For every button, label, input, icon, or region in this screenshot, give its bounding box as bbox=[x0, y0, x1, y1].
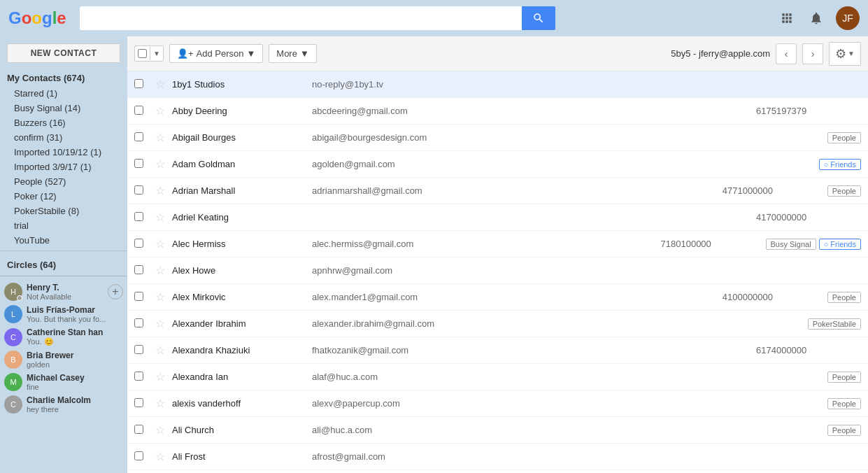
table-row[interactable]: ☆ Alexandra Ian alaf@huc.a.com People bbox=[127, 364, 868, 390]
table-row[interactable]: ☆ Ali Izadi ali 370 000 bbox=[127, 470, 868, 473]
sidebar-item-busy-signal[interactable]: Busy Signal (14) bbox=[0, 101, 127, 115]
table-row[interactable]: ☆ Alexander Ibrahim alexander.ibrahim@gm… bbox=[127, 311, 868, 337]
sidebar-item-confirm[interactable]: confirm (31) bbox=[0, 130, 127, 145]
table-row[interactable]: ☆ Ali Frost afrost@gmail.com bbox=[127, 444, 868, 470]
row-star[interactable]: ☆ bbox=[155, 317, 172, 330]
row-star[interactable]: ☆ bbox=[155, 131, 172, 144]
table-row[interactable]: ☆ Ali Church ali@huc.a.com People bbox=[127, 417, 868, 444]
google-logo[interactable]: Google bbox=[8, 8, 71, 28]
contacts-table: ☆ 1by1 Studios no-reply@1by1.tv ☆ Abby D… bbox=[127, 71, 868, 473]
row-checkbox[interactable] bbox=[134, 265, 155, 276]
row-name: Alexandra Ian bbox=[172, 372, 312, 382]
settings-button[interactable]: ⚙ ▼ bbox=[829, 42, 861, 66]
row-checkbox[interactable] bbox=[134, 212, 155, 223]
prev-page-button[interactable]: ‹ bbox=[776, 43, 797, 64]
status-dot-henry bbox=[17, 295, 22, 301]
row-checkbox[interactable] bbox=[134, 372, 155, 383]
table-row[interactable]: ☆ Adriel Keating 4170000000 bbox=[127, 204, 868, 231]
notifications-icon[interactable] bbox=[806, 8, 826, 28]
select-all-checkbox[interactable]: ▼ bbox=[134, 45, 164, 62]
tag[interactable]: People bbox=[827, 372, 861, 383]
chat-user-henry[interactable]: H Henry T. Not Available + bbox=[0, 281, 127, 303]
sidebar-item-buzzers[interactable]: Buzzers (16) bbox=[0, 115, 127, 130]
row-name: Alexandra Khaziuki bbox=[172, 345, 312, 355]
row-phone: 4170000000 bbox=[756, 212, 861, 223]
table-row[interactable]: ☆ Abby Deering abcdeering@gmail.com 6175… bbox=[127, 98, 868, 125]
sidebar-item-imported-2[interactable]: Imported 3/9/17 (1) bbox=[0, 160, 127, 174]
more-button[interactable]: More ▼ bbox=[269, 44, 317, 63]
apps-icon[interactable] bbox=[777, 8, 797, 28]
row-checkbox[interactable] bbox=[134, 318, 155, 330]
row-star[interactable]: ☆ bbox=[155, 450, 172, 463]
tag[interactable]: People bbox=[827, 398, 861, 409]
row-checkbox[interactable] bbox=[134, 451, 155, 463]
chat-name-luis: Luis Frías-Pomar bbox=[27, 305, 123, 315]
circles-section[interactable]: Circles (64) bbox=[0, 254, 127, 273]
chat-user-luis[interactable]: L Luis Frías-Pomar You. But thank you fo… bbox=[0, 303, 127, 325]
chat-user-charlie[interactable]: C Charlie Malcolm hey there bbox=[0, 393, 127, 416]
select-dropdown-arrow[interactable]: ▼ bbox=[150, 47, 163, 60]
row-star[interactable]: ☆ bbox=[155, 290, 172, 304]
row-checkbox[interactable] bbox=[134, 132, 155, 143]
row-checkbox[interactable] bbox=[134, 159, 155, 170]
search-input[interactable] bbox=[80, 6, 522, 30]
circle-tag[interactable]: ○ Friends bbox=[819, 159, 861, 170]
search-button[interactable] bbox=[522, 6, 555, 30]
sidebar-item-youtube[interactable]: YouTube bbox=[0, 233, 127, 248]
add-person-arrow: ▼ bbox=[246, 48, 255, 59]
tag[interactable]: People bbox=[827, 132, 861, 143]
new-contact-button[interactable]: NEW CONTACT bbox=[7, 43, 120, 63]
add-person-button[interactable]: 👤+ Add Person ▼ bbox=[169, 44, 263, 63]
table-row[interactable]: ☆ Alexandra Khaziuki fhatkozanik@gmail.c… bbox=[127, 337, 868, 364]
tag[interactable]: Busy Signal bbox=[766, 239, 816, 250]
sidebar-item-trial[interactable]: trial bbox=[0, 218, 127, 233]
row-checkbox[interactable] bbox=[134, 398, 155, 409]
tag[interactable]: People bbox=[827, 185, 861, 197]
chat-user-michael[interactable]: M Michael Casey fine bbox=[0, 371, 127, 393]
sidebar-item-imported-1[interactable]: Imported 10/19/12 (1) bbox=[0, 145, 127, 160]
sidebar-item-poker[interactable]: Poker (12) bbox=[0, 189, 127, 204]
row-name: Abby Deering bbox=[172, 106, 312, 116]
row-checkbox[interactable] bbox=[134, 106, 155, 117]
table-row[interactable]: ☆ Alex Howe apnhrw@gmail.com bbox=[127, 257, 868, 284]
circle-tag[interactable]: ○ Friends bbox=[819, 239, 861, 250]
row-checkbox[interactable] bbox=[134, 185, 155, 197]
row-star[interactable]: ☆ bbox=[155, 344, 172, 357]
row-checkbox[interactable] bbox=[134, 79, 155, 90]
row-star[interactable]: ☆ bbox=[155, 397, 172, 410]
tag[interactable]: People bbox=[827, 292, 861, 303]
row-checkbox[interactable] bbox=[134, 292, 155, 303]
row-star[interactable]: ☆ bbox=[155, 211, 172, 224]
tag[interactable]: People bbox=[827, 425, 861, 436]
sidebar-item-pokerstabile[interactable]: PokerStabile (8) bbox=[0, 204, 127, 218]
chat-user-bria[interactable]: B Bria Brewer golden bbox=[0, 348, 127, 371]
row-star[interactable]: ☆ bbox=[155, 237, 172, 250]
row-star[interactable]: ☆ bbox=[155, 78, 172, 91]
table-row[interactable]: ☆ 1by1 Studios no-reply@1by1.tv bbox=[127, 71, 868, 98]
row-checkbox[interactable] bbox=[134, 345, 155, 356]
row-star[interactable]: ☆ bbox=[155, 184, 172, 197]
row-star[interactable]: ☆ bbox=[155, 423, 172, 437]
next-page-button[interactable]: › bbox=[802, 43, 823, 64]
table-row[interactable]: ☆ Adrian Marshall adrianmarshall@gmail.c… bbox=[127, 178, 868, 204]
chat-user-catherine[interactable]: C Catherine Stan han You. 😊 bbox=[0, 325, 127, 348]
sidebar-item-starred[interactable]: Starred (1) bbox=[0, 86, 127, 101]
row-star[interactable]: ☆ bbox=[155, 370, 172, 383]
row-star[interactable]: ☆ bbox=[155, 104, 172, 118]
row-star[interactable]: ☆ bbox=[155, 157, 172, 171]
table-row[interactable]: ☆ alexis vanderhoff alexv@papercup.com P… bbox=[127, 390, 868, 417]
table-row[interactable]: ☆ Alex Mirkovic alex.mander1@gmail.com 4… bbox=[127, 284, 868, 311]
chat-add-button[interactable]: + bbox=[108, 284, 123, 299]
table-row[interactable]: ☆ Adam Goldman agolden@gmail.com ○ Frien… bbox=[127, 151, 868, 178]
row-checkbox[interactable] bbox=[134, 425, 155, 436]
table-row[interactable]: ☆ Alec Hermiss alec.hermiss@gmail.com 71… bbox=[127, 231, 868, 257]
row-checkbox[interactable] bbox=[134, 239, 155, 250]
avatar[interactable]: JF bbox=[836, 6, 860, 30]
select-all-input[interactable] bbox=[138, 49, 147, 58]
table-row[interactable]: ☆ Abigail Bourges abigail@bourgesdesign.… bbox=[127, 125, 868, 151]
my-contacts-section[interactable]: My Contacts (674) bbox=[0, 67, 127, 86]
toolbar: ▼ 👤+ Add Person ▼ More ▼ 5by5 - jferry@a… bbox=[127, 36, 868, 71]
sidebar-item-people[interactable]: People (527) bbox=[0, 174, 127, 189]
tag[interactable]: PokerStabile bbox=[808, 318, 861, 330]
row-star[interactable]: ☆ bbox=[155, 264, 172, 277]
